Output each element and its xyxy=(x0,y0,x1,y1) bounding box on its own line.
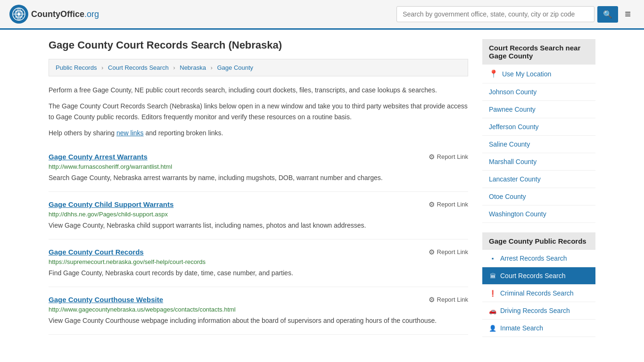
breadcrumb-sep-1: › xyxy=(101,64,103,71)
result-url-1[interactable]: http://dhhs.ne.gov/Pages/child-support.a… xyxy=(49,211,468,218)
nearby-county-item: Lancaster County xyxy=(482,171,595,188)
public-records-title: Gage County Public Records xyxy=(482,232,595,250)
nearby-county-link-4[interactable]: Marshall County xyxy=(482,153,595,170)
public-records-link-1[interactable]: 🏛 Court Records Search xyxy=(482,267,595,284)
result-url-link-0[interactable]: http://www.furnascosheriff.org/warrantli… xyxy=(49,163,172,170)
logo-area: CountyOffice.org xyxy=(9,5,99,24)
result-item: Gage County Courthouse Website ⚙ Report … xyxy=(49,287,468,335)
public-records-link-0[interactable]: ▪ Arrest Records Search xyxy=(482,250,595,267)
public-records-item: 🚗 Driving Records Search xyxy=(482,302,595,320)
breadcrumb-public-records[interactable]: Public Records xyxy=(56,64,97,71)
nearby-county-link-5[interactable]: Lancaster County xyxy=(482,171,595,188)
search-area: 🔍 ≡ xyxy=(396,6,635,23)
breadcrumb: Public Records › Court Records Search › … xyxy=(49,59,468,76)
report-label-2: Report Link xyxy=(437,248,468,255)
result-title-3[interactable]: Gage County Courthouse Website xyxy=(49,296,163,304)
report-label-3: Report Link xyxy=(437,296,468,303)
result-header-0: Gage County Arrest Warrants ⚙ Report Lin… xyxy=(49,153,468,161)
public-records-icon-1: 🏛 xyxy=(489,272,496,280)
result-title-2[interactable]: Gage County Court Records xyxy=(49,248,144,256)
report-icon-0: ⚙ xyxy=(429,153,435,161)
nearby-county-item: Otoe County xyxy=(482,188,595,206)
nearby-county-item: Saline County xyxy=(482,136,595,153)
result-title-0[interactable]: Gage County Arrest Warrants xyxy=(49,153,148,161)
sidebar: Court Records Search near Gage County 📍 … xyxy=(482,39,595,346)
report-link-0[interactable]: ⚙ Report Link xyxy=(429,153,468,161)
nearby-title: Court Records Search near Gage County xyxy=(482,39,595,65)
nearby-county-link-1[interactable]: Pawnee County xyxy=(482,101,595,118)
nearby-county-link-6[interactable]: Otoe County xyxy=(482,188,595,205)
result-url-link-2[interactable]: https://supremecourt.nebraska.gov/self-h… xyxy=(49,258,206,265)
logo-svg xyxy=(12,8,25,21)
nearby-county-link-7[interactable]: Washington County xyxy=(482,206,595,222)
public-records-icon-0: ▪ xyxy=(489,255,496,262)
result-title-1[interactable]: Gage County Child Support Warrants xyxy=(49,200,173,208)
result-header-3: Gage County Courthouse Website ⚙ Report … xyxy=(49,296,468,304)
description-intro: Perform a free Gage County, NE public co… xyxy=(49,85,468,95)
result-desc-0: Search Gage County, Nebraska arrest warr… xyxy=(49,173,468,183)
main-container: Gage County Court Records Search (Nebras… xyxy=(39,30,605,356)
result-url-2[interactable]: https://supremecourt.nebraska.gov/self-h… xyxy=(49,258,468,265)
report-link-2[interactable]: ⚙ Report Link xyxy=(429,248,468,256)
result-item: Gage County Child Support Warrants ⚙ Rep… xyxy=(49,192,468,239)
nearby-county-item: Johnson County xyxy=(482,83,595,101)
nearby-county-item: Washington County xyxy=(482,206,595,223)
result-header-1: Gage County Child Support Warrants ⚙ Rep… xyxy=(49,200,468,209)
result-item: Gage County Arrest Warrants ⚙ Report Lin… xyxy=(49,144,468,192)
result-item: Gage County Court Records ⚙ Report Link … xyxy=(49,239,468,287)
public-records-label-3: Driving Records Search xyxy=(500,307,570,314)
public-records-link-4[interactable]: 👤 Inmate Search xyxy=(482,320,595,337)
breadcrumb-sep-3: › xyxy=(211,64,213,71)
help-suffix: and reporting broken links. xyxy=(144,129,223,137)
logo-text: CountyOffice.org xyxy=(31,9,99,19)
results-list: Gage County Arrest Warrants ⚙ Report Lin… xyxy=(49,144,468,335)
location-icon: 📍 xyxy=(489,69,498,78)
public-records-icon-2: ❗ xyxy=(489,290,496,297)
nearby-county-item: Marshall County xyxy=(482,153,595,171)
public-records-list: ▪ Arrest Records Search 🏛 Court Records … xyxy=(482,250,595,337)
use-my-location-link[interactable]: 📍 Use My Location xyxy=(482,65,595,83)
nearby-counties-list: Johnson CountyPawnee CountyJefferson Cou… xyxy=(482,83,595,223)
public-records-item: ▪ Arrest Records Search xyxy=(482,250,595,267)
public-records-item: 🏛 Court Records Search xyxy=(482,267,595,285)
nearby-county-link-2[interactable]: Jefferson County xyxy=(482,118,595,135)
site-header: CountyOffice.org 🔍 ≡ xyxy=(0,0,644,30)
page-title: Gage County Court Records Search (Nebras… xyxy=(49,39,468,51)
result-url-3[interactable]: http://www.gagecountynebraska.us/webpage… xyxy=(49,306,468,313)
public-records-icon-3: 🚗 xyxy=(489,307,496,314)
result-desc-1: View Gage County, Nebraska child support… xyxy=(49,221,468,230)
result-url-link-3[interactable]: http://www.gagecountynebraska.us/webpage… xyxy=(49,306,236,313)
public-records-label-1: Court Records Search xyxy=(500,272,566,280)
report-icon-2: ⚙ xyxy=(429,248,435,256)
report-label-1: Report Link xyxy=(437,201,468,208)
nearby-list: 📍 Use My Location xyxy=(482,65,595,83)
new-links-link[interactable]: new links xyxy=(116,129,144,137)
nearby-county-item: Pawnee County xyxy=(482,101,595,118)
report-icon-3: ⚙ xyxy=(429,296,435,304)
public-records-link-3[interactable]: 🚗 Driving Records Search xyxy=(482,302,595,319)
report-link-3[interactable]: ⚙ Report Link xyxy=(429,296,468,304)
search-icon: 🔍 xyxy=(603,10,612,18)
nearby-county-item: Jefferson County xyxy=(482,118,595,136)
result-url-0[interactable]: http://www.furnascosheriff.org/warrantli… xyxy=(49,163,468,170)
menu-button[interactable]: ≡ xyxy=(621,6,635,22)
logo-icon xyxy=(9,5,28,24)
report-link-1[interactable]: ⚙ Report Link xyxy=(429,200,468,209)
public-records-icon-4: 👤 xyxy=(489,325,496,332)
report-icon-1: ⚙ xyxy=(429,200,435,209)
breadcrumb-gage-county[interactable]: Gage County xyxy=(217,64,253,71)
breadcrumb-sep-2: › xyxy=(173,64,175,71)
nearby-county-link-3[interactable]: Saline County xyxy=(482,136,595,153)
nearby-county-link-0[interactable]: Johnson County xyxy=(482,83,595,100)
public-records-label-2: Criminal Records Search xyxy=(500,289,574,297)
breadcrumb-nebraska[interactable]: Nebraska xyxy=(180,64,206,71)
public-records-link-2[interactable]: ❗ Criminal Records Search xyxy=(482,285,595,302)
result-url-link-1[interactable]: http://dhhs.ne.gov/Pages/child-support.a… xyxy=(49,211,168,218)
search-input[interactable] xyxy=(396,6,594,22)
search-button[interactable]: 🔍 xyxy=(597,6,618,23)
public-records-label-4: Inmate Search xyxy=(500,324,543,332)
nearby-section: Court Records Search near Gage County 📍 … xyxy=(482,39,595,223)
report-label-0: Report Link xyxy=(437,153,468,160)
result-desc-3: View Gage County Courthouse webpage incl… xyxy=(49,316,468,326)
breadcrumb-court-records[interactable]: Court Records Search xyxy=(108,64,169,71)
